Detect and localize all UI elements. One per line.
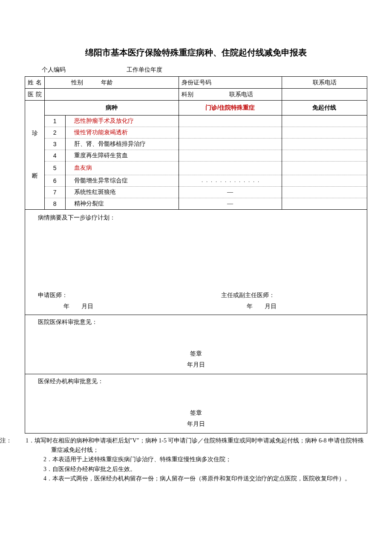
note-item: 3．自医保经办经构审批之后生效。 (26, 465, 367, 474)
disease-num: 8 (45, 198, 65, 209)
disease-col-b[interactable] (282, 138, 367, 150)
disease-row: 7 系统性红斑狼疮 — (45, 186, 367, 198)
name-gender-age[interactable]: 性别 年龄 (45, 77, 179, 89)
dept-label: 科别 (182, 91, 193, 98)
apply-doctor-label: 申请医师： (38, 292, 221, 299)
disease-name: 慢性肾功能衰竭透析 (65, 127, 179, 138)
approval1-label: 医院医保科审批意见： (38, 318, 98, 326)
gender-label: 性别 (71, 79, 83, 86)
row-personal: 姓名 性别 年龄 身份证号码 联系电话 (25, 77, 367, 89)
disease-col-a[interactable] (179, 161, 282, 175)
disease-num: 1 (45, 115, 65, 127)
header-line: 个人编码 工作单位年度 (25, 66, 367, 74)
diag-char-2: 断 (28, 155, 42, 197)
disease-num: 4 (45, 150, 65, 161)
disease-num: 7 (45, 186, 65, 198)
disease-name: 重度再生障碍生贫血 (65, 150, 179, 161)
row-diagnosis: 珍 断 病种 门诊/住院特殊重症 免起付线 1 恶性肿瘤手术及放化疗 2 慢性肾 (25, 101, 367, 210)
disease-row: 6 骨髓增生异常综合症 ．．．．．．．．．．．．． (45, 175, 367, 186)
disease-num: 2 (45, 127, 65, 138)
col-a-header: 门诊/住院特殊重症 (179, 101, 282, 115)
dept-phone-cell: 科别 联系电话 (179, 89, 282, 101)
diag-char-1: 珍 (28, 112, 42, 155)
disease-col-b[interactable] (282, 161, 367, 175)
approval2-seal: 签章 (28, 409, 364, 417)
disease-col-b[interactable] (282, 127, 367, 138)
disease-row: 1 恶性肿瘤手术及放化疗 (45, 115, 367, 127)
hospital-phone-value[interactable] (282, 89, 367, 101)
row-approval-hospital: 医院医保科审批意见： 签章 年月日 (25, 315, 367, 374)
disease-col-b[interactable] (282, 198, 367, 209)
id-label: 身份证号码 (179, 77, 282, 89)
approval2-label: 医保经办机构审批意见： (38, 378, 104, 385)
disease-col-a[interactable]: — (179, 186, 282, 198)
note-item: 2．本表适用于上述特殊重症疾病门诊治疗、特殊重症慢性病多次住院； (26, 455, 367, 464)
row-hospital: 医院 科别 联系电话 (25, 89, 367, 101)
page-title: 绵阳市基本医疗保险特殊重症病种、住院起付线减免申报表 (25, 47, 367, 58)
disease-col-a[interactable]: ．．．．．．．．．．．．． (179, 175, 282, 186)
disease-row: 3 肝、肾、骨髓移植排异治疗 (45, 138, 367, 150)
disease-name: 精神分裂症 (65, 198, 179, 209)
approval1-cell[interactable]: 医院医保科审批意见： 签章 年月日 (25, 315, 367, 374)
disease-col-a[interactable] (179, 150, 282, 161)
age-label: 年龄 (101, 79, 113, 86)
note-item: 4．本表一式两份，医保经办机构留存一份；病人留存一份（将原件和复印件送交治疗的定… (26, 474, 367, 483)
disease-row: 5 血友病 (45, 161, 367, 175)
summary-date-right: 年 月日 (221, 303, 354, 310)
disease-row: 8 精神分裂症 — (45, 198, 367, 209)
disease-row: 4 重度再生障碍生贫血 (45, 150, 367, 161)
notes: 注：1．填写时在相应的病种和申请项栏后划″V″；病种 1-5 可申请门诊／住院特… (25, 436, 367, 484)
disease-name: 肝、肾、骨髓移植排异治疗 (65, 138, 179, 150)
col-b-header: 免起付线 (282, 101, 367, 115)
hospital-label: 医院 (25, 89, 45, 101)
disease-name: 系统性红斑狼疮 (65, 186, 179, 198)
disease-col-a[interactable] (179, 127, 282, 138)
disease-col-b[interactable] (282, 175, 367, 186)
phone-label: 联系电话 (282, 77, 367, 89)
diagnosis-content: 病种 门诊/住院特殊重症 免起付线 1 恶性肿瘤手术及放化疗 2 慢性肾功能衰竭… (45, 101, 367, 210)
disease-num: 5 (45, 161, 65, 175)
hospital-value[interactable] (45, 89, 179, 101)
approval2-date: 年月日 (28, 420, 364, 428)
disease-col-a[interactable] (179, 138, 282, 150)
form-table: 姓名 性别 年龄 身份证号码 联系电话 医院 科别 联系电话 珍 断 病种 门诊… (25, 76, 367, 434)
disease-name: 血友病 (65, 161, 179, 175)
summary-date-left: 年 月日 (38, 303, 221, 310)
row-summary: 病情摘要及下一步诊疗计划： 申请医师： 主任或副主任医师： 年 月日 年 月日 (25, 209, 367, 315)
disease-col-a[interactable] (179, 115, 282, 127)
disease-name: 恶性肿瘤手术及放化疗 (65, 115, 179, 127)
disease-col-b[interactable] (282, 186, 367, 198)
disease-row: 2 慢性肾功能衰竭透析 (45, 127, 367, 138)
disease-name: 骨髓增生异常综合症 (65, 175, 179, 186)
diagnosis-label: 珍 断 (25, 101, 45, 210)
disease-col-a[interactable]: — (179, 198, 282, 209)
disease-col-b[interactable] (282, 115, 367, 127)
approval1-seal: 签章 (28, 350, 364, 358)
dept-phone-label: 联系电话 (229, 91, 253, 98)
disease-num: 6 (45, 175, 65, 186)
name-label: 姓名 (25, 77, 45, 89)
work-unit-year-label: 工作单位年度 (127, 66, 162, 73)
disease-col-b[interactable] (282, 150, 367, 161)
disease-header: 病种 门诊/住院特殊重症 免起付线 (45, 101, 367, 115)
disease-table: 病种 门诊/住院特殊重症 免起付线 1 恶性肿瘤手术及放化疗 2 慢性肾功能衰竭… (45, 101, 367, 209)
summary-cell[interactable]: 病情摘要及下一步诊疗计划： 申请医师： 主任或副主任医师： 年 月日 年 月日 (25, 209, 367, 315)
summary-label: 病情摘要及下一步诊疗计划： (38, 214, 115, 222)
approval2-cell[interactable]: 医保经办机构审批意见： 签章 年月日 (25, 374, 367, 433)
note-item: 注：1．填写时在相应的病种和申请项栏后划″V″；病种 1-5 可申请门诊／住院特… (26, 436, 367, 455)
disease-col-label: 病种 (45, 101, 179, 115)
row-approval-agency: 医保经办机构审批意见： 签章 年月日 (25, 374, 367, 433)
approval1-date: 年月日 (28, 361, 364, 369)
chief-doctor-label: 主任或副主任医师： (221, 292, 354, 299)
personal-code-label: 个人编码 (42, 66, 125, 74)
disease-num: 3 (45, 138, 65, 150)
